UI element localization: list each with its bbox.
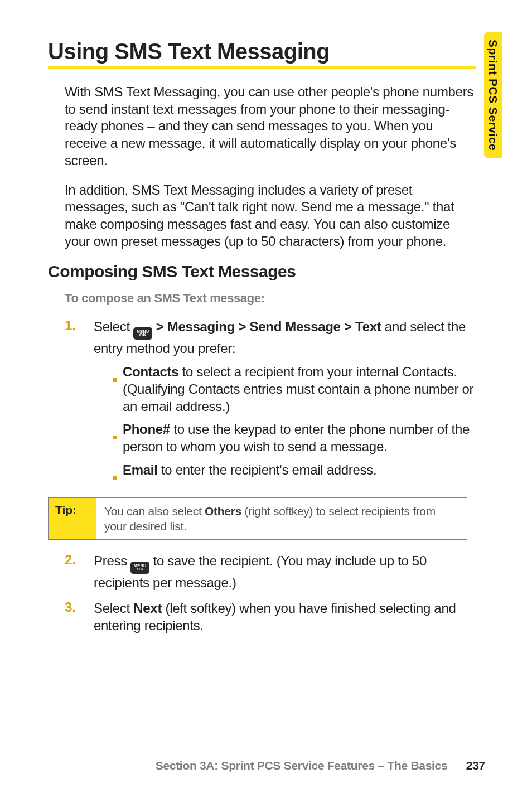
- email-text: to enter the recipient's email address.: [158, 462, 377, 477]
- menu-key-bottom: OK: [139, 333, 147, 337]
- phone-label: Phone#: [123, 422, 170, 437]
- email-label: Email: [123, 462, 158, 477]
- step-list-2: 2. Press MENUOK to save the recipient. (…: [65, 552, 477, 634]
- intro-paragraph-1: With SMS Text Messaging, you can use oth…: [65, 84, 477, 170]
- sub-item-phone: Phone# to use the keypad to enter the ph…: [113, 420, 477, 455]
- menu-key-bottom: OK: [137, 567, 144, 572]
- side-tab: Sprint PCS Service: [484, 32, 502, 158]
- step-number: 3.: [65, 599, 94, 634]
- tip-box: Tip: You can also select Others (right s…: [48, 497, 467, 540]
- sub-item-email: Email to enter the recipient's email add…: [113, 461, 477, 484]
- step-number: 1.: [65, 318, 94, 489]
- footer-text: Section 3A: Sprint PCS Service Features …: [156, 759, 448, 772]
- step-1: 1. Select MENUOK > Messaging > Send Mess…: [65, 318, 477, 489]
- sub-body: Phone# to use the keypad to enter the ph…: [123, 420, 477, 455]
- square-bullet-icon: [113, 461, 123, 484]
- step-list: 1. Select MENUOK > Messaging > Send Mess…: [65, 318, 477, 489]
- step-3-pre: Select: [94, 601, 133, 616]
- sub-body: Email to enter the recipient's email add…: [123, 461, 477, 484]
- step-1-path: > Messaging > Send Message > Text: [152, 319, 381, 334]
- page-number: 237: [466, 759, 485, 772]
- menu-ok-key-icon: MENUOK: [130, 562, 149, 574]
- step-2: 2. Press MENUOK to save the recipient. (…: [65, 552, 477, 591]
- tip-bold: Others: [205, 505, 241, 518]
- square-bullet-icon: [113, 363, 123, 415]
- page: Sprint PCS Service Using SMS Text Messag…: [0, 0, 532, 798]
- title-underline: [48, 66, 476, 69]
- step-1-pre: Select: [94, 319, 133, 334]
- steps-block-2: 2. Press MENUOK to save the recipient. (…: [65, 552, 477, 634]
- sub-list: Contacts to select a recipient from your…: [113, 363, 477, 484]
- section-heading: Composing SMS Text Messages: [48, 262, 493, 281]
- menu-ok-key-icon: MENUOK: [133, 327, 152, 340]
- intro-paragraph-2: In addition, SMS Text Messaging includes…: [65, 182, 477, 250]
- tip-body: You can also select Others (right softke…: [96, 498, 467, 540]
- tip-pre: You can also select: [104, 505, 205, 518]
- page-title: Using SMS Text Messaging: [48, 39, 493, 64]
- sub-body: Contacts to select a recipient from your…: [123, 363, 477, 415]
- sub-item-contacts: Contacts to select a recipient from your…: [113, 363, 477, 415]
- intro-block: With SMS Text Messaging, you can use oth…: [65, 84, 477, 250]
- step-3: 3. Select Next (left softkey) when you h…: [65, 599, 477, 634]
- procedure-lead: To compose an SMS Text message:: [65, 291, 477, 306]
- step-3-bold: Next: [133, 601, 162, 616]
- step-body: Select Next (left softkey) when you have…: [94, 599, 477, 634]
- tip-label: Tip:: [49, 498, 96, 540]
- square-bullet-icon: [113, 420, 123, 455]
- contacts-label: Contacts: [123, 364, 178, 379]
- phone-text: to use the keypad to enter the phone num…: [123, 422, 470, 454]
- page-footer: Section 3A: Sprint PCS Service Features …: [156, 759, 485, 772]
- step-number: 2.: [65, 552, 94, 591]
- step-2-pre: Press: [94, 553, 130, 568]
- step-body: Press MENUOK to save the recipient. (You…: [94, 552, 477, 591]
- steps-block: To compose an SMS Text message: 1. Selec…: [65, 291, 477, 489]
- side-tab-label: Sprint PCS Service: [486, 40, 500, 151]
- step-body: Select MENUOK > Messaging > Send Message…: [94, 318, 477, 489]
